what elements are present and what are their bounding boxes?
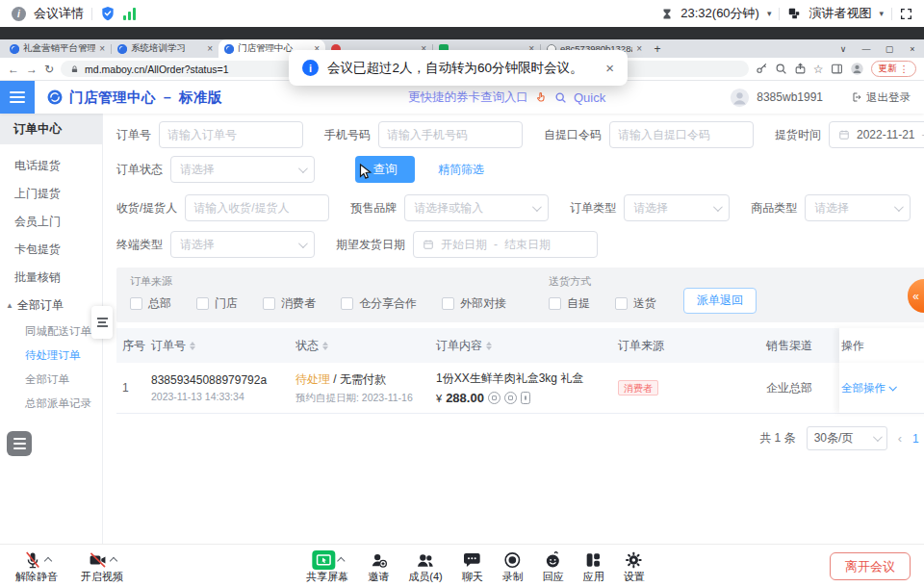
sidebar-item-batch-verify[interactable]: 批量核销 [0,264,102,292]
pickup-code-input[interactable] [609,121,754,148]
expect-ship-date-range[interactable]: 开始日期 - 结束日期 [413,231,598,258]
sidebar-sub-all-orders[interactable]: 全部订单 [0,368,102,392]
meeting-toast: i 会议已超过2人，自动转为60分钟限时会议。 × [289,50,628,86]
meeting-info-icon[interactable]: i [12,7,26,21]
record-button[interactable]: 录制 [502,548,524,584]
ship-start-placeholder[interactable]: 开始日期 [441,237,487,253]
tab-close-icon[interactable]: × [636,43,642,54]
hourglass-icon [661,8,673,20]
view-caret-icon[interactable]: ▾ [879,9,884,18]
col-content[interactable]: 订单内容 [436,338,614,354]
page-size-select[interactable]: 30条/页 [807,426,887,450]
share-options-caret-icon[interactable] [337,557,345,565]
promo-link[interactable]: 更快捷的券卡查询入口 [408,89,528,106]
pickup-date-range[interactable]: 2022-11-21 - 结束日期 [829,121,924,148]
sidebar-item-door-pickup[interactable]: 上门提货 [0,180,102,208]
checkbox-warehouse-share[interactable]: 仓分享合作 [341,295,417,312]
select-placeholder: 请选择 [814,200,849,217]
unmute-button[interactable]: 解除静音 [15,548,58,584]
sidebar-item-phone-pickup[interactable]: 电话提货 [0,152,102,180]
profile-avatar-icon[interactable] [850,62,864,76]
sort-icon[interactable] [322,342,328,350]
quick-label[interactable]: Quick [574,90,605,105]
simplify-filter-link[interactable]: 精简筛选 [438,162,484,178]
dispatch-return-button[interactable]: 派单退回 [683,288,757,314]
leave-meeting-button[interactable]: 离开会议 [830,552,911,580]
window-minimize-icon[interactable]: — [855,44,878,54]
tab-close-icon[interactable]: × [99,43,105,54]
sidebar-sub-city-delivery[interactable]: 同城配送订单 [0,319,102,344]
window-maximize-icon[interactable]: ▢ [878,44,901,54]
row-action-dropdown[interactable]: 全部操作 [841,381,895,396]
sidebar-group-all-orders[interactable]: ▲ 全部订单 [0,292,102,319]
sort-icon[interactable] [190,342,195,350]
goods-type-select[interactable]: 请选择 [805,194,911,221]
apps-button[interactable]: 应用 [583,548,604,584]
members-button[interactable]: 成员(4) [408,548,442,584]
meeting-detail-label[interactable]: 会议详情 [34,5,84,22]
side-panel-icon[interactable] [831,63,843,75]
new-tab-button[interactable]: + [648,39,667,58]
checkbox-delivery[interactable]: 送货 [615,295,656,312]
col-status[interactable]: 状态 [295,338,436,354]
reload-icon[interactable]: ↻ [44,63,54,76]
floating-list-button[interactable] [7,431,32,456]
browser-tab-2[interactable]: 系统培训学习 × [112,39,218,58]
network-signal-icon[interactable] [123,8,136,20]
back-icon[interactable]: ← [8,63,19,76]
chat-button[interactable]: 聊天 [462,548,483,584]
table-row[interactable]: 1 83859345088979792a 2023-11-13 14:33:34… [116,363,924,414]
forward-icon[interactable]: → [26,63,38,76]
receiver-input[interactable] [185,194,329,221]
security-shield-icon[interactable] [100,6,116,21]
terminal-type-select[interactable]: 请选择 [170,231,315,258]
view-mode-switch[interactable]: 演讲者视图 [808,5,871,22]
sidebar-item-member-visit[interactable]: 会员上门 [0,208,102,236]
zoom-icon[interactable] [775,63,787,75]
pickup-start-date[interactable]: 2022-11-21 [857,128,915,141]
col-order-no[interactable]: 订单号 [151,338,295,354]
browser-update-button[interactable]: 更新 ⋮ [871,61,917,77]
share-icon[interactable] [794,63,807,75]
checkbox-external[interactable]: 外部对接 [442,295,506,312]
order-type-select[interactable]: 请选择 [624,194,730,221]
logout-button[interactable]: 退出登录 [851,90,911,105]
invite-button[interactable]: 邀请 [368,548,389,584]
order-status-select[interactable]: 请选择 [170,156,315,183]
quick-search-icon[interactable] [554,91,567,104]
video-options-caret-icon[interactable] [110,557,117,565]
sidebar-item-card-pickup[interactable]: 卡包提货 [0,236,102,264]
timer-caret-icon[interactable]: ▾ [767,9,772,18]
sidebar-collapse-handle[interactable] [91,306,113,339]
settings-button[interactable]: 设置 [624,548,645,584]
prev-page-button[interactable]: ‹ [898,431,902,446]
toast-close-icon[interactable]: × [605,60,614,76]
bookmark-star-icon[interactable]: ☆ [813,63,824,76]
presale-brand-select[interactable]: 请选择或输入 [404,194,549,221]
user-avatar[interactable] [730,88,750,108]
key-icon[interactable] [756,63,768,75]
mic-options-caret-icon[interactable] [43,557,51,565]
ship-end-placeholder[interactable]: 结束日期 [504,237,551,253]
checkbox-self-pickup[interactable]: 自提 [549,295,590,312]
window-close-icon[interactable]: × [901,44,924,54]
start-video-button[interactable]: 开启视频 [81,548,123,584]
share-screen-button[interactable]: 共享屏幕 [306,548,348,584]
menu-toggle-button[interactable] [0,81,35,114]
order-no-input[interactable] [159,121,303,148]
reactions-button[interactable]: 回应 [543,548,564,584]
fullscreen-icon[interactable] [900,8,912,20]
checkbox-hq[interactable]: 总部 [130,295,171,312]
tab-close-icon[interactable]: × [207,43,213,54]
checkbox-store[interactable]: 门店 [196,295,238,312]
username[interactable]: 8385wb1991 [757,90,823,104]
browser-tab-1[interactable]: 礼盒营销平台管理中心 × [4,39,111,58]
phone-input[interactable] [378,121,523,148]
sort-icon[interactable] [486,342,492,350]
meeting-timer[interactable]: 23:32(60分钟) [680,5,759,22]
current-page[interactable]: 1 [912,432,919,446]
sidebar-sub-pending-orders[interactable]: 待处理订单 [0,344,102,368]
checkbox-consumer[interactable]: 消费者 [263,295,316,312]
window-menu-icon[interactable]: ∨ [832,44,855,54]
sidebar-sub-hq-dispatch-records[interactable]: 总部派单记录 [0,392,102,416]
